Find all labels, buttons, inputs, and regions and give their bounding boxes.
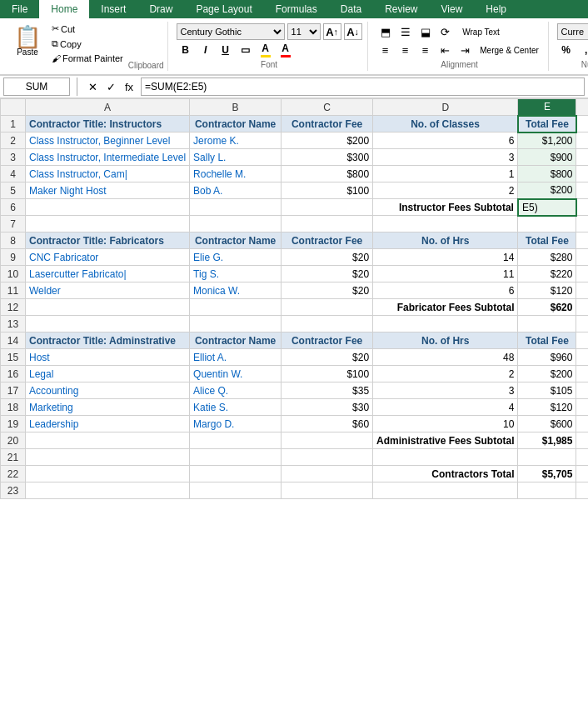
cell-d11[interactable]: 6: [373, 282, 518, 299]
tab-file[interactable]: File: [0, 0, 39, 18]
cell-d16[interactable]: 2: [373, 366, 518, 382]
cell-f8[interactable]: [576, 232, 588, 249]
comma-button[interactable]: ,: [577, 42, 588, 58]
tab-help[interactable]: Help: [474, 0, 518, 18]
cell-f2[interactable]: [576, 132, 588, 149]
cell-a17[interactable]: Accounting: [26, 382, 190, 399]
row-num-22[interactable]: 22: [1, 466, 26, 482]
row-num-18[interactable]: 18: [1, 399, 26, 416]
font-color-button[interactable]: A: [277, 42, 295, 58]
cell-b10[interactable]: Tig S.: [190, 266, 282, 282]
cell-f13[interactable]: [576, 316, 588, 332]
wrap-text-button[interactable]: Wrap Text: [456, 23, 506, 40]
cell-e17[interactable]: $105: [518, 382, 576, 399]
cell-b11[interactable]: Monica W.: [190, 282, 282, 299]
cell-e20[interactable]: $1,985: [518, 432, 576, 449]
cell-b7[interactable]: [190, 216, 282, 232]
cell-f11[interactable]: [576, 282, 588, 299]
font-grow-button[interactable]: A↑: [323, 23, 341, 40]
cell-a13[interactable]: [26, 316, 190, 332]
align-middle-button[interactable]: ☰: [396, 23, 415, 40]
cell-c20[interactable]: [282, 432, 373, 449]
cell-c12[interactable]: [282, 299, 373, 316]
cell-e10[interactable]: $220: [518, 266, 576, 282]
cell-a1[interactable]: Contractor Title: Instructors: [26, 116, 190, 132]
cell-c9[interactable]: $20: [282, 249, 373, 266]
cell-e13[interactable]: [518, 316, 576, 332]
merge-center-button[interactable]: Merge & Center: [476, 42, 543, 58]
row-num-15[interactable]: 15: [1, 349, 26, 366]
cell-e12[interactable]: $620: [518, 299, 576, 316]
align-top-button[interactable]: ⬒: [376, 23, 395, 40]
cell-c6[interactable]: [282, 199, 373, 216]
name-box[interactable]: SUM: [3, 78, 70, 96]
cell-f19[interactable]: [576, 416, 588, 432]
row-num-4[interactable]: 4: [1, 166, 26, 182]
cell-f9[interactable]: [576, 249, 588, 266]
cell-b22[interactable]: [190, 466, 282, 482]
cell-f17[interactable]: [576, 382, 588, 399]
cell-d8[interactable]: No. of Hrs: [373, 232, 518, 249]
cell-c15[interactable]: $20: [282, 349, 373, 366]
cell-a21[interactable]: [26, 449, 190, 466]
cell-a16[interactable]: Legal: [26, 366, 190, 382]
cell-b19[interactable]: Margo D.: [190, 416, 282, 432]
fill-color-button[interactable]: A: [257, 42, 275, 58]
tab-review[interactable]: Review: [373, 0, 429, 18]
cell-d12[interactable]: Fabricator Fees Subtotal: [373, 299, 518, 316]
row-num-2[interactable]: 2: [1, 132, 26, 149]
cell-d13[interactable]: [373, 316, 518, 332]
align-left-button[interactable]: ≡: [376, 42, 395, 58]
cell-b4[interactable]: Rochelle M.: [190, 166, 282, 182]
tab-data[interactable]: Data: [329, 0, 373, 18]
bold-button[interactable]: B: [177, 42, 195, 58]
col-header-e[interactable]: E: [518, 99, 576, 116]
cell-e14[interactable]: Total Fee: [518, 332, 576, 349]
formula-confirm-button[interactable]: ✓: [102, 78, 119, 95]
cell-f4[interactable]: [576, 166, 588, 182]
cell-e8[interactable]: Total Fee: [518, 232, 576, 249]
row-num-17[interactable]: 17: [1, 382, 26, 399]
cell-b2[interactable]: Jerome K.: [190, 132, 282, 149]
cell-f20[interactable]: [576, 432, 588, 449]
tab-insert[interactable]: Insert: [89, 0, 137, 18]
cell-a15[interactable]: Host: [26, 349, 190, 366]
copy-button[interactable]: ⧉ Copy: [48, 37, 127, 51]
font-shrink-button[interactable]: A↓: [344, 23, 362, 40]
cell-d14[interactable]: No. of Hrs: [373, 332, 518, 349]
cell-e19[interactable]: $600: [518, 416, 576, 432]
cell-c21[interactable]: [282, 449, 373, 466]
cell-f23[interactable]: [576, 482, 588, 499]
cell-f18[interactable]: [576, 399, 588, 416]
cell-b9[interactable]: Elie G.: [190, 249, 282, 266]
cell-e2[interactable]: $1,200: [518, 132, 576, 149]
cell-d22[interactable]: Contractors Total: [373, 466, 518, 482]
row-num-7[interactable]: 7: [1, 216, 26, 232]
cell-e9[interactable]: $280: [518, 249, 576, 266]
col-header-c[interactable]: C: [282, 99, 373, 116]
cell-c19[interactable]: $60: [282, 416, 373, 432]
decrease-indent-button[interactable]: ⇤: [436, 42, 455, 58]
percent-button[interactable]: %: [557, 42, 576, 58]
row-num-1[interactable]: 1: [1, 116, 26, 132]
cell-d21[interactable]: [373, 449, 518, 466]
cell-f15[interactable]: [576, 349, 588, 366]
cell-a9[interactable]: CNC Fabricator: [26, 249, 190, 266]
row-num-14[interactable]: 14: [1, 332, 26, 349]
cell-a14[interactable]: Contractor Title: Adminstrative: [26, 332, 190, 349]
row-num-3[interactable]: 3: [1, 149, 26, 166]
row-num-6[interactable]: 6: [1, 199, 26, 216]
row-num-23[interactable]: 23: [1, 482, 26, 499]
cell-d15[interactable]: 48: [373, 349, 518, 366]
cell-b13[interactable]: [190, 316, 282, 332]
cell-f14[interactable]: [576, 332, 588, 349]
cell-f5[interactable]: [576, 182, 588, 199]
row-num-8[interactable]: 8: [1, 232, 26, 249]
cell-a10[interactable]: Lasercutter Fabricato|: [26, 266, 190, 282]
increase-indent-button[interactable]: ⇥: [456, 42, 475, 58]
cell-a5[interactable]: Maker Night Host: [26, 182, 190, 199]
cell-e6[interactable]: E5): [518, 199, 576, 216]
cell-d20[interactable]: Administrative Fees Subtotal: [373, 432, 518, 449]
cell-a19[interactable]: Leadership: [26, 416, 190, 432]
cell-a12[interactable]: [26, 299, 190, 316]
